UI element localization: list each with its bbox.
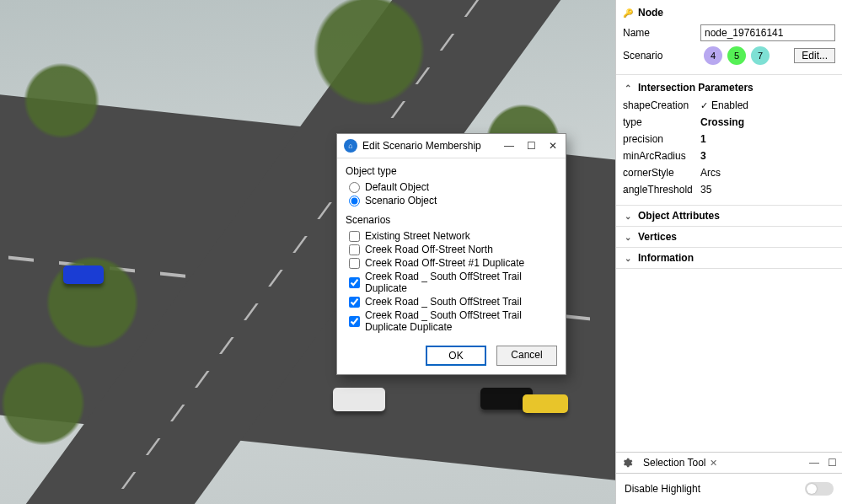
param-value: 1 (700, 133, 835, 145)
name-label: Name (623, 27, 700, 39)
panel-minimize-icon[interactable]: — (809, 457, 819, 469)
disable-highlight-label: Disable Highlight (625, 483, 700, 495)
param-value: Crossing (700, 116, 835, 128)
param-row[interactable]: precision1 (623, 131, 835, 147)
checkbox-input[interactable] (349, 297, 360, 308)
node-section-header[interactable]: 🔑 Node (616, 3, 842, 22)
tab-close-icon[interactable]: ✕ (710, 458, 717, 469)
tab-selection-tool[interactable]: Selection Tool ✕ (638, 455, 722, 470)
app-icon: ⌂ (344, 139, 357, 153)
scenario-checkbox-row[interactable]: Creek Road Off-Street North (346, 243, 557, 256)
section-title: Vertices (638, 231, 677, 243)
object-type-radio[interactable]: Default Object (346, 180, 557, 194)
edit-scenario-dialog: ⌂ Edit Scenario Membership — ☐ ✕ Object … (336, 133, 566, 375)
radio-input[interactable] (349, 182, 360, 193)
param-row[interactable]: angleThreshold35 (623, 181, 835, 198)
param-row[interactable]: shapeCreationEnabled (623, 97, 835, 114)
intersection-title: Intersection Parameters (638, 82, 754, 94)
checkbox-input[interactable] (349, 231, 360, 242)
checkbox-label: Creek Road Off-Street #1 Duplicate (365, 257, 524, 269)
chevron-down-icon: 🔑 (623, 8, 633, 18)
car-white (333, 388, 385, 411)
inspector-panel: 🔑 Node Name Scenario 457 Edit... ⌃ Inter… (615, 0, 842, 504)
scenario-checkbox-row[interactable]: Creek Road _ South OffStreet Trail Dupli… (346, 270, 557, 295)
param-value: 35 (700, 184, 835, 196)
node-section-title: Node (638, 7, 663, 19)
scenario-chip[interactable]: 7 (751, 46, 770, 65)
checkbox-label: Creek Road Off-Street North (365, 244, 493, 255)
minimize-icon[interactable]: — (503, 140, 515, 152)
scenario-checkbox-row[interactable]: Creek Road Off-Street #1 Duplicate (346, 256, 557, 270)
section-title: Object Attributes (638, 210, 720, 222)
object-type-label: Object type (346, 165, 557, 177)
param-label: precision (623, 133, 700, 145)
scenario-chips: 457 (704, 46, 770, 65)
checkbox-label: Existing Street Network (365, 230, 470, 242)
radio-label: Default Object (365, 181, 429, 193)
checkbox-input[interactable] (349, 244, 360, 255)
param-label: minArcRadius (623, 150, 700, 162)
chevron-down-icon: ⌄ (623, 254, 633, 263)
disable-highlight-toggle[interactable] (805, 482, 834, 496)
param-label: angleThreshold (623, 184, 700, 196)
scenarios-label: Scenarios (346, 214, 557, 226)
window-controls: — ☐ ✕ (503, 140, 559, 152)
checkbox-input[interactable] (349, 316, 360, 327)
gear-icon (621, 457, 633, 469)
param-value: 3 (700, 150, 835, 162)
scenario-checkbox-row[interactable]: Existing Street Network (346, 229, 557, 243)
name-input[interactable] (700, 24, 835, 41)
section-title: Information (638, 252, 694, 264)
scenario-checkbox-row[interactable]: Creek Road _ South OffStreet Trail Dupli… (346, 308, 557, 334)
checkbox-input[interactable] (349, 258, 360, 269)
chevron-down-icon: ⌄ (623, 212, 633, 221)
maximize-icon[interactable]: ☐ (525, 140, 537, 152)
car-yellow (523, 394, 568, 413)
param-label: shapeCreation (623, 99, 700, 111)
ok-button[interactable]: OK (426, 346, 486, 366)
checkbox-input[interactable] (349, 277, 360, 288)
tab-label: Selection Tool (643, 457, 706, 469)
chevron-down-icon: ⌃ (623, 83, 633, 93)
param-row[interactable]: cornerStyleArcs (623, 164, 835, 181)
scenario-checkbox-row[interactable]: Creek Road _ South OffStreet Trail (346, 295, 557, 308)
object-type-radio[interactable]: Scenario Object (346, 194, 557, 207)
collapsed-section[interactable]: ⌄Information (616, 248, 842, 269)
car-blue (63, 265, 104, 284)
param-row[interactable]: minArcRadius3 (623, 147, 835, 164)
collapsed-section[interactable]: ⌄Object Attributes (616, 206, 842, 227)
dialog-titlebar[interactable]: ⌂ Edit Scenario Membership — ☐ ✕ (337, 134, 566, 158)
param-label: cornerStyle (623, 167, 700, 179)
scenario-chip[interactable]: 4 (704, 46, 722, 65)
collapsed-section[interactable]: ⌄Vertices (616, 227, 842, 248)
dialog-title: Edit Scenario Membership (362, 140, 481, 152)
checkbox-label: Creek Road _ South OffStreet Trail (365, 296, 522, 308)
radio-input[interactable] (349, 196, 360, 206)
scenario-label: Scenario (623, 50, 700, 62)
close-icon[interactable]: ✕ (547, 140, 559, 152)
param-value: Enabled (700, 99, 835, 111)
chevron-down-icon: ⌄ (623, 233, 633, 242)
intersection-header[interactable]: ⌃ Intersection Parameters (616, 78, 842, 97)
param-row[interactable]: typeCrossing (623, 114, 835, 131)
cancel-button[interactable]: Cancel (496, 346, 557, 366)
checkbox-label: Creek Road _ South OffStreet Trail Dupli… (365, 309, 557, 333)
edit-scenarios-button[interactable]: Edit... (794, 48, 835, 63)
panel-maximize-icon[interactable]: ☐ (828, 457, 837, 469)
param-value: Arcs (700, 167, 835, 179)
param-label: type (623, 116, 700, 128)
radio-label: Scenario Object (365, 195, 437, 206)
scenario-chip[interactable]: 5 (727, 46, 746, 65)
checkbox-label: Creek Road _ South OffStreet Trail Dupli… (365, 271, 557, 294)
3d-viewport[interactable]: ⌂ Edit Scenario Membership — ☐ ✕ Object … (0, 0, 615, 504)
